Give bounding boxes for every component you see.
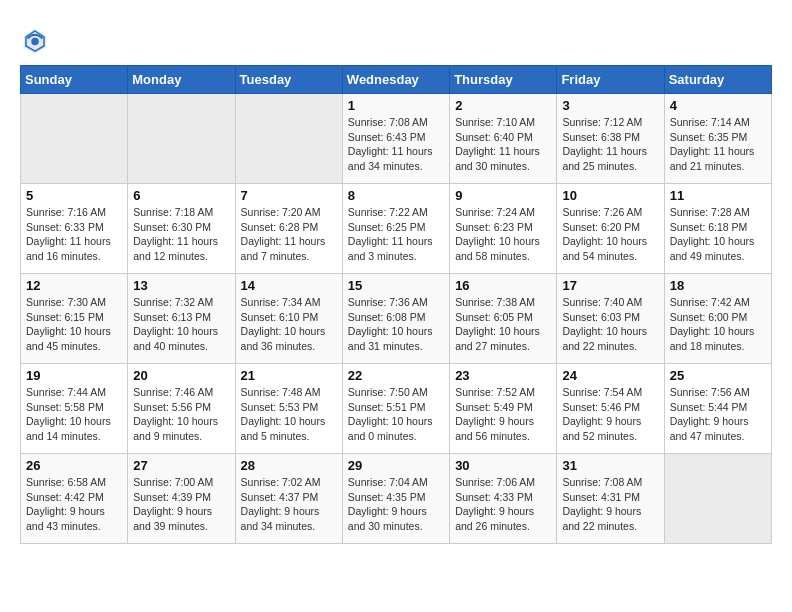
day-info: Sunrise: 7:34 AM Sunset: 6:10 PM Dayligh… (241, 295, 337, 354)
day-info: Sunrise: 7:16 AM Sunset: 6:33 PM Dayligh… (26, 205, 122, 264)
day-info: Sunrise: 7:40 AM Sunset: 6:03 PM Dayligh… (562, 295, 658, 354)
calendar-cell: 6Sunrise: 7:18 AM Sunset: 6:30 PM Daylig… (128, 184, 235, 274)
calendar-cell (21, 94, 128, 184)
day-number: 20 (133, 368, 229, 383)
calendar-cell: 24Sunrise: 7:54 AM Sunset: 5:46 PM Dayli… (557, 364, 664, 454)
day-number: 1 (348, 98, 444, 113)
day-number: 28 (241, 458, 337, 473)
day-info: Sunrise: 7:50 AM Sunset: 5:51 PM Dayligh… (348, 385, 444, 444)
calendar-cell: 13Sunrise: 7:32 AM Sunset: 6:13 PM Dayli… (128, 274, 235, 364)
day-info: Sunrise: 7:42 AM Sunset: 6:00 PM Dayligh… (670, 295, 766, 354)
calendar-cell: 5Sunrise: 7:16 AM Sunset: 6:33 PM Daylig… (21, 184, 128, 274)
week-row-4: 19Sunrise: 7:44 AM Sunset: 5:58 PM Dayli… (21, 364, 772, 454)
calendar-cell: 19Sunrise: 7:44 AM Sunset: 5:58 PM Dayli… (21, 364, 128, 454)
calendar-cell: 28Sunrise: 7:02 AM Sunset: 4:37 PM Dayli… (235, 454, 342, 544)
day-number: 11 (670, 188, 766, 203)
calendar-cell: 1Sunrise: 7:08 AM Sunset: 6:43 PM Daylig… (342, 94, 449, 184)
weekday-header-saturday: Saturday (664, 66, 771, 94)
calendar-cell: 18Sunrise: 7:42 AM Sunset: 6:00 PM Dayli… (664, 274, 771, 364)
day-number: 22 (348, 368, 444, 383)
day-info: Sunrise: 7:24 AM Sunset: 6:23 PM Dayligh… (455, 205, 551, 264)
day-number: 9 (455, 188, 551, 203)
calendar-cell: 14Sunrise: 7:34 AM Sunset: 6:10 PM Dayli… (235, 274, 342, 364)
week-row-3: 12Sunrise: 7:30 AM Sunset: 6:15 PM Dayli… (21, 274, 772, 364)
day-info: Sunrise: 7:06 AM Sunset: 4:33 PM Dayligh… (455, 475, 551, 534)
calendar-cell (664, 454, 771, 544)
calendar-cell: 8Sunrise: 7:22 AM Sunset: 6:25 PM Daylig… (342, 184, 449, 274)
weekday-header-friday: Friday (557, 66, 664, 94)
day-info: Sunrise: 7:38 AM Sunset: 6:05 PM Dayligh… (455, 295, 551, 354)
week-row-1: 1Sunrise: 7:08 AM Sunset: 6:43 PM Daylig… (21, 94, 772, 184)
day-number: 8 (348, 188, 444, 203)
day-number: 17 (562, 278, 658, 293)
week-row-5: 26Sunrise: 6:58 AM Sunset: 4:42 PM Dayli… (21, 454, 772, 544)
day-number: 16 (455, 278, 551, 293)
day-info: Sunrise: 7:56 AM Sunset: 5:44 PM Dayligh… (670, 385, 766, 444)
day-info: Sunrise: 7:08 AM Sunset: 4:31 PM Dayligh… (562, 475, 658, 534)
day-number: 19 (26, 368, 122, 383)
calendar-cell: 22Sunrise: 7:50 AM Sunset: 5:51 PM Dayli… (342, 364, 449, 454)
day-number: 3 (562, 98, 658, 113)
calendar-table: SundayMondayTuesdayWednesdayThursdayFrid… (20, 65, 772, 544)
day-info: Sunrise: 7:12 AM Sunset: 6:38 PM Dayligh… (562, 115, 658, 174)
calendar-cell: 11Sunrise: 7:28 AM Sunset: 6:18 PM Dayli… (664, 184, 771, 274)
calendar-cell: 12Sunrise: 7:30 AM Sunset: 6:15 PM Dayli… (21, 274, 128, 364)
day-number: 30 (455, 458, 551, 473)
day-number: 12 (26, 278, 122, 293)
day-number: 5 (26, 188, 122, 203)
weekday-header-row: SundayMondayTuesdayWednesdayThursdayFrid… (21, 66, 772, 94)
calendar-cell: 10Sunrise: 7:26 AM Sunset: 6:20 PM Dayli… (557, 184, 664, 274)
calendar-cell: 25Sunrise: 7:56 AM Sunset: 5:44 PM Dayli… (664, 364, 771, 454)
calendar-cell: 21Sunrise: 7:48 AM Sunset: 5:53 PM Dayli… (235, 364, 342, 454)
day-info: Sunrise: 7:46 AM Sunset: 5:56 PM Dayligh… (133, 385, 229, 444)
calendar-cell: 15Sunrise: 7:36 AM Sunset: 6:08 PM Dayli… (342, 274, 449, 364)
weekday-header-tuesday: Tuesday (235, 66, 342, 94)
calendar-cell: 29Sunrise: 7:04 AM Sunset: 4:35 PM Dayli… (342, 454, 449, 544)
logo-icon (20, 25, 50, 55)
calendar-cell: 26Sunrise: 6:58 AM Sunset: 4:42 PM Dayli… (21, 454, 128, 544)
calendar-cell (235, 94, 342, 184)
day-info: Sunrise: 6:58 AM Sunset: 4:42 PM Dayligh… (26, 475, 122, 534)
calendar-cell: 4Sunrise: 7:14 AM Sunset: 6:35 PM Daylig… (664, 94, 771, 184)
day-number: 21 (241, 368, 337, 383)
day-number: 31 (562, 458, 658, 473)
calendar-cell: 30Sunrise: 7:06 AM Sunset: 4:33 PM Dayli… (450, 454, 557, 544)
calendar-cell: 17Sunrise: 7:40 AM Sunset: 6:03 PM Dayli… (557, 274, 664, 364)
day-number: 6 (133, 188, 229, 203)
day-number: 29 (348, 458, 444, 473)
day-info: Sunrise: 7:32 AM Sunset: 6:13 PM Dayligh… (133, 295, 229, 354)
day-number: 25 (670, 368, 766, 383)
day-number: 10 (562, 188, 658, 203)
calendar-cell: 23Sunrise: 7:52 AM Sunset: 5:49 PM Dayli… (450, 364, 557, 454)
day-number: 24 (562, 368, 658, 383)
day-number: 2 (455, 98, 551, 113)
day-info: Sunrise: 7:36 AM Sunset: 6:08 PM Dayligh… (348, 295, 444, 354)
calendar-cell: 3Sunrise: 7:12 AM Sunset: 6:38 PM Daylig… (557, 94, 664, 184)
day-info: Sunrise: 7:52 AM Sunset: 5:49 PM Dayligh… (455, 385, 551, 444)
day-number: 23 (455, 368, 551, 383)
weekday-header-thursday: Thursday (450, 66, 557, 94)
day-info: Sunrise: 7:54 AM Sunset: 5:46 PM Dayligh… (562, 385, 658, 444)
day-info: Sunrise: 7:10 AM Sunset: 6:40 PM Dayligh… (455, 115, 551, 174)
weekday-header-sunday: Sunday (21, 66, 128, 94)
day-number: 7 (241, 188, 337, 203)
svg-point-3 (31, 38, 39, 46)
weekday-header-monday: Monday (128, 66, 235, 94)
day-info: Sunrise: 7:28 AM Sunset: 6:18 PM Dayligh… (670, 205, 766, 264)
day-number: 26 (26, 458, 122, 473)
logo (20, 25, 54, 55)
day-info: Sunrise: 7:20 AM Sunset: 6:28 PM Dayligh… (241, 205, 337, 264)
calendar-cell: 31Sunrise: 7:08 AM Sunset: 4:31 PM Dayli… (557, 454, 664, 544)
weekday-header-wednesday: Wednesday (342, 66, 449, 94)
day-number: 13 (133, 278, 229, 293)
calendar-cell: 9Sunrise: 7:24 AM Sunset: 6:23 PM Daylig… (450, 184, 557, 274)
calendar-cell: 7Sunrise: 7:20 AM Sunset: 6:28 PM Daylig… (235, 184, 342, 274)
week-row-2: 5Sunrise: 7:16 AM Sunset: 6:33 PM Daylig… (21, 184, 772, 274)
calendar-cell (128, 94, 235, 184)
calendar-cell: 2Sunrise: 7:10 AM Sunset: 6:40 PM Daylig… (450, 94, 557, 184)
day-info: Sunrise: 7:48 AM Sunset: 5:53 PM Dayligh… (241, 385, 337, 444)
day-info: Sunrise: 7:14 AM Sunset: 6:35 PM Dayligh… (670, 115, 766, 174)
day-number: 14 (241, 278, 337, 293)
day-info: Sunrise: 7:00 AM Sunset: 4:39 PM Dayligh… (133, 475, 229, 534)
calendar-cell: 27Sunrise: 7:00 AM Sunset: 4:39 PM Dayli… (128, 454, 235, 544)
